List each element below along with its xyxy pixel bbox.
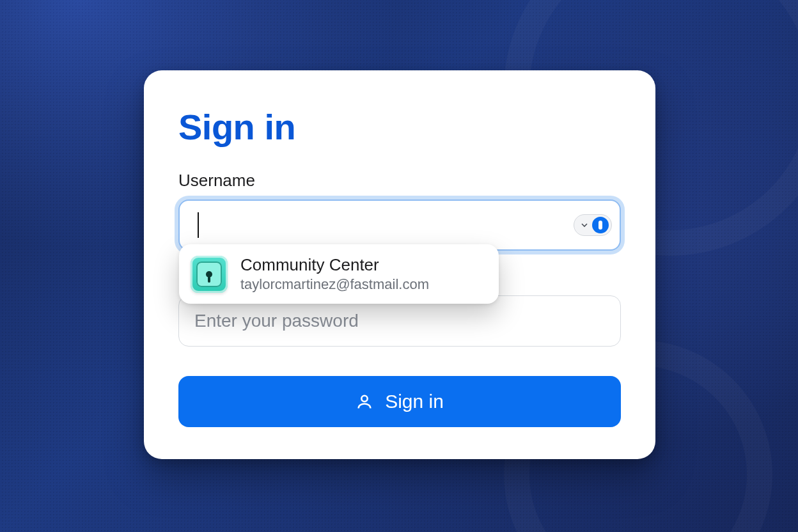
password-manager-pill[interactable]	[574, 214, 612, 236]
autofill-text: Community Center taylorcmartinez@fastmai…	[240, 254, 429, 293]
page-title: Sign in	[178, 106, 621, 148]
onepassword-icon	[592, 217, 609, 233]
text-caret	[198, 212, 199, 238]
signin-button[interactable]: Sign in	[178, 376, 621, 427]
chevron-down-icon	[579, 220, 590, 230]
signin-card: Sign in Username Sign in	[144, 70, 655, 459]
autofill-title: Community Center	[240, 254, 429, 276]
svg-point-0	[361, 396, 367, 402]
username-input[interactable]	[178, 199, 621, 251]
keyhole-icon	[206, 271, 212, 278]
user-icon	[356, 393, 373, 411]
autofill-subtitle: taylorcmartinez@fastmail.com	[240, 276, 429, 294]
signin-button-label: Sign in	[385, 391, 444, 412]
autofill-suggestion[interactable]: Community Center taylorcmartinez@fastmai…	[179, 244, 499, 304]
username-field-wrap	[178, 199, 621, 251]
username-label: Username	[178, 171, 621, 191]
vault-item-icon	[191, 256, 228, 293]
